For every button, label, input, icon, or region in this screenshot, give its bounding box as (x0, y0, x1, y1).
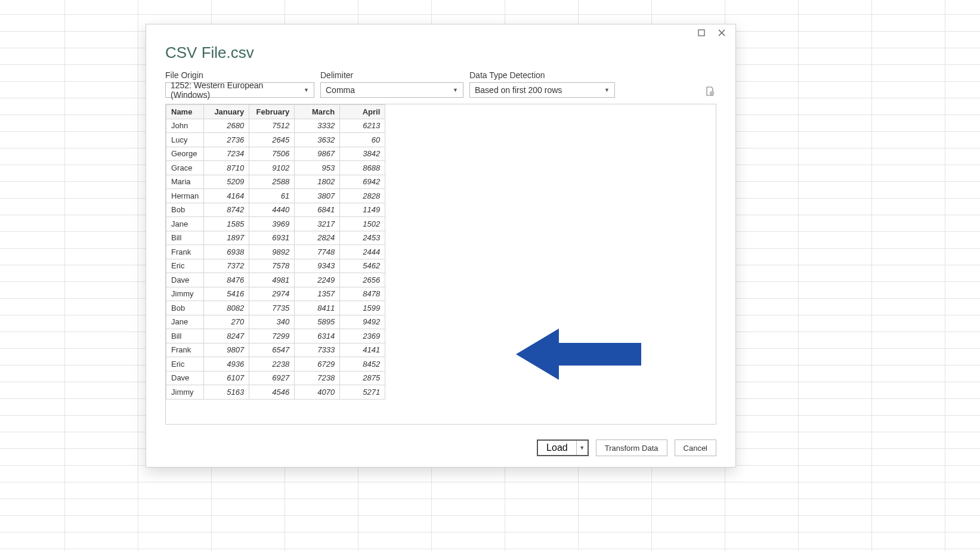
cell-value: 7748 (295, 245, 340, 259)
table-row: Jane1585396932171502 (166, 217, 385, 231)
table-row: Frank9807654773334141 (166, 343, 385, 357)
delimiter-label: Delimiter (320, 70, 463, 80)
data-type-detection-select[interactable]: Based on first 200 rows ▼ (469, 82, 615, 98)
cell-value: 6931 (249, 231, 295, 245)
cell-value: 8688 (340, 161, 385, 175)
cell-value: 4936 (204, 357, 249, 372)
cell-name: Jane (166, 217, 204, 231)
cell-value: 9343 (295, 259, 340, 273)
cell-value: 340 (249, 315, 295, 329)
cell-value: 2656 (340, 273, 385, 287)
cell-value: 4546 (249, 385, 295, 400)
cell-name: Bill (166, 231, 204, 245)
cell-value: 2824 (295, 231, 340, 245)
column-header: February (249, 105, 295, 119)
table-row: Bob8742444068411149 (166, 203, 385, 217)
cell-value: 9892 (249, 245, 295, 259)
cell-value: 8476 (204, 273, 249, 287)
cell-value: 3969 (249, 217, 295, 231)
cell-name: Bill (166, 329, 204, 343)
cell-value: 2680 (204, 119, 249, 133)
csv-import-dialog: CSV File.csv File Origin 1252: Western E… (146, 24, 736, 468)
transform-data-button[interactable]: Transform Data (596, 439, 667, 456)
column-header: January (204, 105, 249, 119)
cell-value: 2588 (249, 175, 295, 189)
schema-settings-icon[interactable] (704, 86, 716, 98)
cell-value: 7238 (295, 371, 340, 385)
cell-value: 7578 (249, 259, 295, 273)
table-row: Jimmy5416297413578478 (166, 287, 385, 301)
cell-name: Maria (166, 175, 204, 189)
cell-value: 1897 (204, 231, 249, 245)
chevron-down-icon: ▼ (304, 87, 309, 93)
cell-value: 7372 (204, 259, 249, 273)
cell-value: 2974 (249, 287, 295, 301)
maximize-button[interactable] (691, 26, 712, 40)
column-header: March (295, 105, 340, 119)
cell-value: 4164 (204, 189, 249, 203)
table-row: Dave8476498122492656 (166, 273, 385, 287)
cell-value: 3842 (340, 147, 385, 161)
file-origin-value: 1252: Western European (Windows) (171, 81, 299, 100)
cell-value: 61 (249, 189, 295, 203)
cell-value: 9807 (204, 343, 249, 357)
cell-value: 1802 (295, 175, 340, 189)
cell-value: 270 (204, 315, 249, 329)
file-origin-select[interactable]: 1252: Western European (Windows) ▼ (165, 82, 314, 98)
table-row: Lucy27362645363260 (166, 133, 385, 147)
table-row: Bill8247729963142369 (166, 329, 385, 343)
cell-value: 5209 (204, 175, 249, 189)
cell-value: 1599 (340, 301, 385, 315)
cell-value: 953 (295, 161, 340, 175)
table-row: Bob8082773584111599 (166, 301, 385, 315)
load-dropdown-button[interactable]: ▼ (577, 441, 588, 455)
cell-value: 5163 (204, 385, 249, 400)
cell-name: George (166, 147, 204, 161)
chevron-down-icon: ▼ (453, 87, 458, 93)
cell-value: 2249 (295, 273, 340, 287)
svg-rect-0 (698, 30, 704, 36)
table-row: Grace871091029538688 (166, 161, 385, 175)
delimiter-value: Comma (326, 85, 355, 95)
dialog-footer: Load ▼ Transform Data Cancel (146, 439, 735, 467)
cell-name: Dave (166, 371, 204, 385)
cell-value: 7333 (295, 343, 340, 357)
delimiter-select[interactable]: Comma ▼ (320, 82, 463, 98)
table-row: John2680751233326213 (166, 119, 385, 133)
cell-value: 5416 (204, 287, 249, 301)
table-row: Frank6938989277482444 (166, 245, 385, 259)
cell-value: 5462 (340, 259, 385, 273)
file-origin-label: File Origin (165, 70, 314, 80)
table-row: Maria5209258818026942 (166, 175, 385, 189)
cell-value: 6314 (295, 329, 340, 343)
cell-value: 7299 (249, 329, 295, 343)
cell-value: 8082 (204, 301, 249, 315)
load-button[interactable]: Load (538, 441, 577, 455)
cell-value: 6927 (249, 371, 295, 385)
cell-value: 8247 (204, 329, 249, 343)
cell-value: 8742 (204, 203, 249, 217)
cell-value: 8411 (295, 301, 340, 315)
detection-value: Based on first 200 rows (475, 85, 562, 95)
cell-name: Eric (166, 357, 204, 372)
cell-value: 2453 (340, 231, 385, 245)
cell-value: 9867 (295, 147, 340, 161)
cell-value: 60 (340, 133, 385, 147)
cell-value: 6942 (340, 175, 385, 189)
cell-value: 1357 (295, 287, 340, 301)
column-header: April (340, 105, 385, 119)
import-options-row: File Origin 1252: Western European (Wind… (165, 70, 716, 98)
cell-name: Frank (166, 245, 204, 259)
load-split-button: Load ▼ (537, 439, 589, 456)
cell-value: 7506 (249, 147, 295, 161)
cancel-button[interactable]: Cancel (675, 439, 716, 456)
cell-name: Jimmy (166, 287, 204, 301)
close-button[interactable] (712, 26, 732, 40)
table-row: Jane27034058959492 (166, 315, 385, 329)
cell-value: 7735 (249, 301, 295, 315)
cell-name: Bob (166, 203, 204, 217)
cell-value: 4981 (249, 273, 295, 287)
cell-value: 2875 (340, 371, 385, 385)
detection-label: Data Type Detection (469, 70, 615, 80)
table-row: Jimmy5163454640705271 (166, 385, 385, 400)
